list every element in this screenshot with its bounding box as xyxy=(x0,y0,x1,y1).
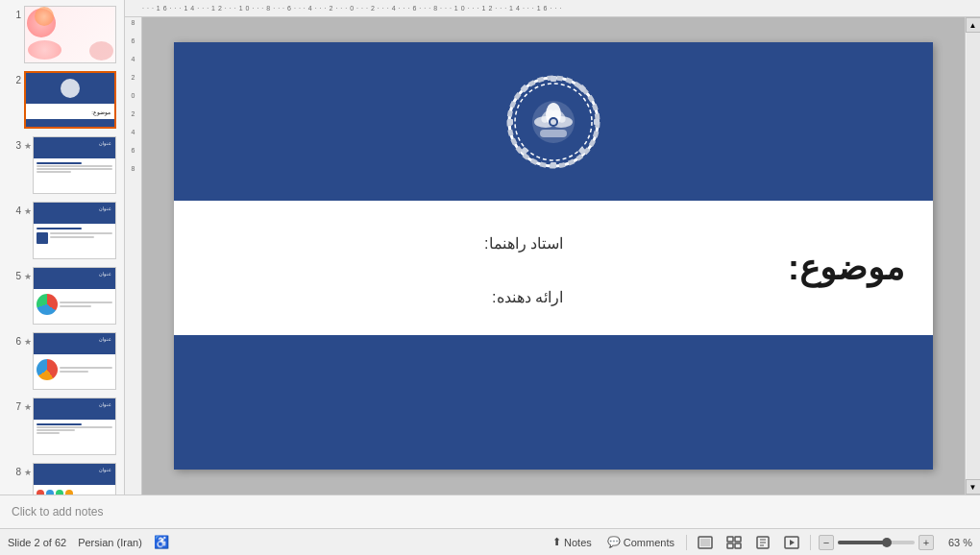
slide-thumb-3[interactable]: 3 ★ عنوان xyxy=(6,134,118,196)
status-divider-1 xyxy=(686,535,687,550)
star-icon-3: ★ xyxy=(24,141,32,151)
svg-rect-13 xyxy=(551,162,556,168)
right-scrollbar: ▲ ▼ xyxy=(965,17,980,495)
notes-placeholder: Click to add notes xyxy=(12,505,103,519)
star-icon-7: ★ xyxy=(24,402,32,412)
main-area: 1 2 موضوع xyxy=(0,0,980,495)
scroll-up-arrow[interactable]: ▲ xyxy=(966,17,981,33)
slide-panel-scroll[interactable]: 1 2 موضوع xyxy=(0,0,124,495)
comments-icon: 💬 xyxy=(607,536,621,548)
star-icon-6: ★ xyxy=(24,337,32,347)
slide-num-8: 8 xyxy=(8,467,21,477)
slide-num-7: 7 xyxy=(8,401,21,412)
slide-canvas: موضوع: استاد راهنما: ارائه دهنده: xyxy=(174,42,933,470)
svg-rect-11 xyxy=(540,130,567,137)
zoom-indicator xyxy=(882,538,892,547)
slide-thumb-box-5[interactable]: عنوان xyxy=(33,267,116,325)
slide-num-2: 2 xyxy=(8,75,21,85)
status-divider-2 xyxy=(810,535,811,550)
zoom-bar-fill xyxy=(838,541,884,544)
scroll-track[interactable] xyxy=(967,33,980,479)
status-left: Slide 2 of 62 Persian (Iran) ♿ xyxy=(8,535,169,549)
zoom-percent[interactable]: 63 % xyxy=(942,537,972,548)
star-icon-8: ★ xyxy=(24,468,32,477)
slide-thumb-box-4[interactable]: عنوان xyxy=(33,202,116,259)
star-icon-4: ★ xyxy=(24,206,32,216)
slide-num-6: 6 xyxy=(8,336,21,347)
normal-view-btn[interactable] xyxy=(695,533,716,552)
ruler-container: ···16···14···12···10···8···6···4···2···0… xyxy=(125,0,980,495)
slide-thumb-4[interactable]: 4 ★ عنوان xyxy=(6,200,118,261)
svg-rect-12 xyxy=(551,76,556,82)
svg-rect-14 xyxy=(507,119,513,125)
zoom-slider[interactable]: − + xyxy=(819,535,934,550)
accessibility-icon-btn[interactable]: ♿ xyxy=(154,535,169,549)
star-icon-5: ★ xyxy=(24,272,32,281)
grid-view-btn[interactable] xyxy=(723,533,745,552)
slide-thumb-box-8[interactable]: عنوان xyxy=(33,463,116,495)
slide-thumb-box-2[interactable]: موضوع: xyxy=(24,71,116,129)
slide-panel: 1 2 موضوع xyxy=(0,0,125,495)
slide-thumb-6[interactable]: 6 ★ عنوان xyxy=(6,330,118,392)
slide-top-band xyxy=(174,42,933,201)
notes-area[interactable]: Click to add notes xyxy=(0,495,980,528)
slide-thumb-5[interactable]: 5 ★ عنوان xyxy=(6,265,118,326)
slide-thumb-2[interactable]: 2 موضوع: xyxy=(6,69,118,131)
svg-rect-22 xyxy=(727,537,733,542)
status-bar: Slide 2 of 62 Persian (Iran) ♿ ⬆ Notes 💬… xyxy=(0,528,980,555)
comments-label: Comments xyxy=(624,537,674,548)
university-logo xyxy=(505,74,601,170)
slide-count: Slide 2 of 62 xyxy=(8,537,66,548)
slide-thumb-7[interactable]: 7 ★ عنوان xyxy=(6,396,118,457)
slide-middle-band: موضوع: استاد راهنما: ارائه دهنده: xyxy=(174,201,933,335)
slide-thumb-1[interactable]: 1 xyxy=(6,4,118,65)
svg-rect-21 xyxy=(700,539,710,546)
slide-thumb-box-6[interactable]: عنوان xyxy=(33,332,116,390)
slide-instructor: استاد راهنما: xyxy=(484,234,563,253)
comments-button[interactable]: 💬 Comments xyxy=(603,534,678,550)
reading-view-btn[interactable] xyxy=(752,533,773,552)
slide-num-3: 3 xyxy=(8,140,21,151)
slide-bottom-band xyxy=(174,335,933,470)
zoom-bar[interactable] xyxy=(838,541,915,544)
status-right: ⬆ Notes 💬 Comments xyxy=(549,533,972,552)
language-indicator: Persian (Iran) xyxy=(78,537,142,548)
slide-canvas-area[interactable]: موضوع: استاد راهنما: ارائه دهنده: xyxy=(142,17,965,495)
ruler-h-content: ···16···14···12···10···8···6···4···2···0… xyxy=(142,5,564,12)
slide-num-4: 4 xyxy=(8,205,21,216)
slide-thumb-box-3[interactable]: عنوان xyxy=(33,136,116,194)
svg-marker-31 xyxy=(790,540,795,545)
notes-label: Notes xyxy=(564,537,592,548)
slide-thumb-8[interactable]: 8 ★ عنوان xyxy=(6,461,118,495)
scroll-down-arrow[interactable]: ▼ xyxy=(966,479,981,495)
slide-work-area: 8 6 4 2 0 2 4 6 8 xyxy=(125,17,980,495)
svg-rect-25 xyxy=(735,543,741,548)
ruler-v-content: 8 6 4 2 0 2 4 6 8 xyxy=(132,17,135,172)
ruler-horizontal: ···16···14···12···10···8···6···4···2···0… xyxy=(125,0,980,17)
svg-rect-24 xyxy=(727,543,733,548)
zoom-out-btn[interactable]: − xyxy=(819,535,834,550)
accessibility-icon: ♿ xyxy=(154,535,169,549)
slide-num-5: 5 xyxy=(8,271,21,281)
notes-button[interactable]: ⬆ Notes xyxy=(549,534,596,550)
slide-thumb-box-7[interactable]: عنوان xyxy=(33,398,116,455)
notes-icon: ⬆ xyxy=(552,536,561,548)
slideshow-btn[interactable] xyxy=(781,533,802,552)
zoom-in-btn[interactable]: + xyxy=(919,535,934,550)
slide-title: موضوع: xyxy=(788,248,904,288)
app-container: 1 2 موضوع xyxy=(0,0,980,555)
svg-rect-15 xyxy=(594,119,600,125)
slide-num-1: 1 xyxy=(8,10,21,20)
ruler-vertical: 8 6 4 2 0 2 4 6 8 xyxy=(125,17,142,495)
slide-thumb-box-1[interactable] xyxy=(24,6,116,63)
svg-point-10 xyxy=(551,119,556,125)
slide-presenter: ارائه دهنده: xyxy=(492,288,563,306)
svg-rect-23 xyxy=(735,537,741,542)
